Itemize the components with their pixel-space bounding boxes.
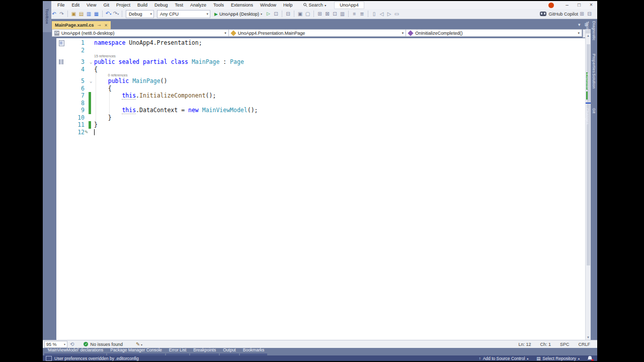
add-to-source-control-label: Add to Source Control xyxy=(483,356,525,361)
tab-list-dropdown-icon[interactable]: ▾ xyxy=(578,22,581,27)
code-line[interactable]: 12✎ xyxy=(56,129,585,136)
navigate-back-icon[interactable]: ↶ xyxy=(50,10,58,18)
menu-item-build[interactable]: Build xyxy=(134,1,151,9)
code-line[interactable]: 5⌄ public MainPage() xyxy=(56,77,585,85)
select-repository-button[interactable]: ▤ Select Repository ▴ xyxy=(536,356,580,361)
tab-mainpage-xaml-cs[interactable]: MainPage.xaml.cs ⊸ ✕ xyxy=(52,21,111,29)
text-caret xyxy=(94,129,95,135)
github-copilot-button[interactable]: GitHub Copilot ⊞ ⊟ xyxy=(540,10,597,18)
project-dropdown[interactable]: UnoApp4 (net8.0-desktop) ▾ xyxy=(52,29,229,37)
code-line[interactable]: 1namespace UnoApp4.Presentation; xyxy=(56,39,585,47)
panel-tab-error-list[interactable]: Error List xyxy=(166,347,189,355)
maximize-button[interactable]: □ xyxy=(573,1,585,9)
right-tab-solution-explorer[interactable]: Solution Explorer xyxy=(591,73,597,104)
account-avatar[interactable] xyxy=(548,3,554,8)
menu-item-edit[interactable]: Edit xyxy=(68,1,84,9)
code-line[interactable]: 10 } xyxy=(56,114,585,122)
menu-item-tools[interactable]: Tools xyxy=(210,1,227,9)
right-tab-git-changes[interactable]: Git Changes xyxy=(591,108,597,128)
platform-dropdown[interactable]: Any CPU▾ xyxy=(157,10,210,18)
caret-position-mark xyxy=(586,103,591,104)
sync-document-icon[interactable]: ⟲ xyxy=(70,341,74,347)
code-editor[interactable]: 1namespace UnoApp4.Presentation;215 refe… xyxy=(56,38,585,340)
send-feedback-icon[interactable]: ⊟ xyxy=(586,10,593,18)
type-dropdown[interactable]: UnoApp4.Presentation.MainPage ▾ xyxy=(229,29,407,37)
code-line[interactable]: 9 this.DataContext = new MainViewModel()… xyxy=(56,107,585,114)
open-file-icon[interactable]: ▤ xyxy=(77,10,85,18)
code-line[interactable]: 2 xyxy=(56,47,585,54)
run-tests-icon[interactable]: ▥ xyxy=(339,10,346,18)
menu-item-view[interactable]: View xyxy=(83,1,100,9)
codelens-references[interactable]: 15 references xyxy=(94,54,116,58)
panel-tab-output[interactable]: Output xyxy=(220,347,239,355)
copilot-chat-icon[interactable]: ⊞ xyxy=(578,10,586,18)
menu-item-help[interactable]: Help xyxy=(280,1,296,9)
right-tab-diagnostic-tools[interactable]: Diagnostic Tools xyxy=(591,21,597,49)
close-button[interactable]: × xyxy=(585,1,597,9)
close-tab-icon[interactable]: ✕ xyxy=(104,23,108,28)
member-dropdown[interactable]: OnInitializeCompleted() ▾ xyxy=(406,29,582,37)
save-icon[interactable]: ▥ xyxy=(85,10,93,18)
code-line[interactable]: 3⌄public sealed partial class MainPage :… xyxy=(56,58,585,66)
menu-item-debug[interactable]: Debug xyxy=(151,1,172,9)
scroll-up-icon[interactable]: ▲ xyxy=(586,33,591,38)
menu-item-project[interactable]: Project xyxy=(113,1,134,9)
menu-item-file[interactable]: File xyxy=(54,1,68,9)
menu-item-test[interactable]: Test xyxy=(171,1,187,9)
start-debugging-button[interactable]: ▶ UnoApp4 (Desktop) ▾ xyxy=(213,12,263,17)
start-without-debugging-icon[interactable]: ▷ xyxy=(265,10,272,18)
minimize-button[interactable]: – xyxy=(561,1,573,9)
new-project-icon[interactable]: ▣ xyxy=(70,10,77,18)
redo-icon[interactable]: ↷▾ xyxy=(112,9,120,19)
step-over-icon[interactable]: ⊠ xyxy=(324,10,331,18)
indent-mode-indicator[interactable]: SPC xyxy=(560,342,570,347)
column-indicator[interactable]: Ch: 1 xyxy=(540,342,551,347)
code-line[interactable]: 6 { xyxy=(56,85,585,93)
panel-tab-bookmarks[interactable]: Bookmarks xyxy=(240,347,268,355)
menu-item-extensions[interactable]: Extensions xyxy=(227,1,257,9)
plain-token: } xyxy=(94,121,98,128)
line-ending-indicator[interactable]: CRLF xyxy=(578,342,590,347)
solution-platforms-icon[interactable]: ▣ xyxy=(296,10,304,18)
code-line[interactable]: 7 this.InitializeComponent(); xyxy=(56,92,585,100)
undo-icon[interactable]: ↶▾ xyxy=(105,9,112,19)
zoom-dropdown[interactable]: 95 %▾ xyxy=(44,341,67,348)
keyword-token: class xyxy=(171,58,188,65)
break-all-icon[interactable]: ⊟ xyxy=(284,10,292,18)
menu-item-analyze[interactable]: Analyze xyxy=(187,1,210,9)
panel-tab--mainviewmodel-declarations[interactable]: 'MainViewModel' declarations xyxy=(44,347,106,355)
step-into-icon[interactable]: ⊞ xyxy=(316,10,324,18)
notifications-bell-icon[interactable] xyxy=(588,356,592,360)
scroll-down-icon[interactable]: ▼ xyxy=(586,335,591,340)
menu-item-window[interactable]: Window xyxy=(257,1,280,9)
right-tab-properties[interactable]: Properties xyxy=(591,54,597,69)
pin-tab-icon[interactable]: ⊸ xyxy=(98,23,101,28)
sidebar-tab-toolbox[interactable]: Toolbox xyxy=(43,1,51,32)
find-in-files-icon[interactable]: ▢ xyxy=(304,10,311,18)
bookmark-clear-icon[interactable]: ▭ xyxy=(393,10,400,18)
bookmark-prev-icon[interactable]: ◁ xyxy=(378,10,385,18)
code-line[interactable]: 4{ xyxy=(56,66,585,73)
code-fix-icon[interactable]: ✎ ▾ xyxy=(136,341,142,347)
navigate-forward-icon[interactable]: ↷ xyxy=(58,10,65,18)
panel-tab-breakpoints[interactable]: Breakpoints xyxy=(190,347,219,355)
hot-reload-icon[interactable]: ⊡ xyxy=(272,10,280,18)
menu-item-git[interactable]: Git xyxy=(100,1,113,9)
add-to-source-control-button[interactable]: ↑ Add to Source Control ▴ xyxy=(478,356,528,361)
bookmark-next-icon[interactable]: ▷ xyxy=(385,10,393,18)
code-line[interactable]: 8 xyxy=(56,100,585,107)
comment-icon[interactable]: ≡ xyxy=(351,10,358,18)
panel-tab-package-manager-console[interactable]: Package Manager Console xyxy=(107,347,165,355)
codelens-references[interactable]: 0 references xyxy=(108,73,128,77)
uncomment-icon[interactable]: ≣ xyxy=(358,10,366,18)
configuration-dropdown[interactable]: Debug▾ xyxy=(126,10,154,18)
step-out-icon[interactable]: ⊡ xyxy=(331,10,339,18)
change-mark-green xyxy=(586,92,588,100)
code-line[interactable]: 11} xyxy=(56,121,585,129)
search-box[interactable]: Search ▾ xyxy=(303,3,327,8)
fold-collapse-icon[interactable]: ⌄ xyxy=(90,77,92,85)
bookmark-icon[interactable]: ▯ xyxy=(370,10,378,18)
line-indicator[interactable]: Ln: 12 xyxy=(518,342,531,347)
fold-collapse-icon[interactable]: ⌄ xyxy=(90,58,92,66)
save-all-icon[interactable]: ▦ xyxy=(93,10,100,18)
